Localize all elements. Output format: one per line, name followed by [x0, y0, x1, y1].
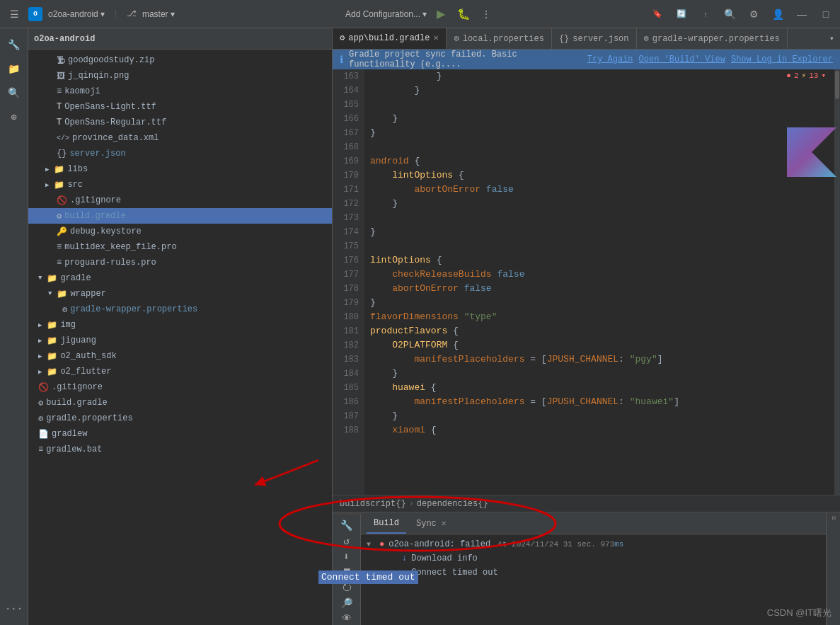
vcs-icon[interactable]: 🔖 — [649, 6, 666, 23]
tree-item-label: kaomoji — [64, 86, 100, 96]
tree-item-src[interactable]: ▶ 📁 src — [28, 177, 332, 193]
main-layout: 🔧 📁 🔍 ⊕ ··· o2oa-android 🗜 goodgoodstudy… — [0, 28, 840, 625]
toolbar-right: 🔖 🔄 ↑ 🔍 ⚙ 👤 — □ — [649, 6, 834, 23]
project-dropdown-button[interactable]: o2oa-android ▾ — [48, 9, 105, 19]
tab-gradle-icon: ⚙ — [340, 33, 345, 43]
tree-item-proguard[interactable]: ≡ proguard-rules.pro — [28, 255, 332, 270]
find-icon[interactable]: 🔎 — [336, 597, 357, 609]
tree-item-province-data[interactable]: </> province_data.xml — [28, 130, 332, 146]
build-row-connect-error[interactable]: ● Connect timed out — [367, 566, 820, 580]
tab-gradle-close-btn[interactable]: ✕ — [433, 34, 439, 42]
tree-item-gradle[interactable]: ▼ 📁 gradle — [28, 270, 332, 286]
tree-item-gradlew-bat[interactable]: ≡ gradlew.bat — [28, 442, 332, 457]
tree-item-gitignore-root[interactable]: 🚫 .gitignore — [28, 379, 332, 395]
tree-item-o2-flutter[interactable]: ▶ 📁 o2_flutter — [28, 364, 332, 379]
tree-item-libs[interactable]: ▶ 📁 libs — [28, 161, 332, 177]
more-run-options-button[interactable]: ⋮ — [478, 6, 495, 23]
tab-server-json[interactable]: {} server.json — [552, 28, 637, 50]
search-icon-btn[interactable]: 🔍 — [721, 6, 738, 23]
wrapper-folder-open-icon: ▼ — [48, 290, 52, 297]
code-line-177: checkReleaseBuilds false — [370, 268, 829, 282]
build-row-download[interactable]: ↓ Download info — [367, 551, 820, 566]
bottom-panel-content: Build Sync ✕ ▼ ● o2oa-android: failed At… — [361, 513, 826, 625]
tab-local-properties[interactable]: ⚙ local.properties — [447, 28, 551, 50]
tree-item-kaomoji[interactable]: ≡ kaomoji — [28, 84, 332, 99]
project-label: o2oa-android — [48, 9, 98, 19]
bottom-scrollbar[interactable]: ≡ — [829, 516, 837, 520]
maximize-button[interactable]: □ — [817, 6, 834, 23]
toolbar-center: Add Configuration... ▾ ▶ 🐛 ⋮ — [345, 6, 495, 23]
bottom-tab-sync[interactable]: Sync ✕ — [409, 514, 454, 534]
tree-item-jqinqin[interactable]: 🖼 j_qinqin.png — [28, 68, 332, 84]
gradle-file-icon: ⚙ — [57, 211, 62, 222]
settings-icon-btn[interactable]: ⚙ — [745, 6, 762, 23]
folder-icon2: 📁 — [54, 180, 64, 190]
code-content[interactable]: } } } } android { lintOptions { abortOnE… — [364, 69, 834, 495]
tree-item-server-json[interactable]: {} server.json — [28, 146, 332, 161]
sidebar-icon-files[interactable]: 📁 — [4, 58, 25, 79]
code-line-164: } — [370, 84, 829, 98]
keystore-file-icon: 🔑 — [57, 227, 67, 237]
build-tab-label: Build — [374, 518, 399, 528]
sidebar-icon-find[interactable]: 🔍 — [4, 82, 25, 103]
tree-item-debug-keystore[interactable]: 🔑 debug.keystore — [28, 224, 332, 239]
build-icon[interactable]: 🔧 — [336, 519, 357, 532]
warning-icon: ⚡ — [802, 71, 807, 80]
tree-item-build-gradle[interactable]: ⚙ build.gradle — [28, 208, 332, 224]
build-row-main[interactable]: ▼ ● o2oa-android: failed At 2024/11/24 3… — [367, 537, 820, 551]
try-again-link[interactable]: Try Again — [587, 55, 633, 64]
gitignore-icon: 🚫 — [57, 195, 67, 206]
config-dropdown-button[interactable]: Add Configuration... ▾ — [345, 9, 427, 19]
bottom-left-icons: 🔧 ↺ ⬇ ⏹ ⭮ 🔎 👁 — [333, 513, 361, 625]
error-panel-toggle[interactable]: ▾ — [821, 71, 826, 80]
branch-icon: ⎇ — [127, 8, 137, 19]
minimize-button[interactable]: — — [793, 6, 810, 23]
download-icon[interactable]: ⬇ — [336, 550, 357, 563]
tree-item-opensans-light[interactable]: T OpenSans-Light.ttf — [28, 99, 332, 115]
code-line-167: } — [370, 126, 829, 140]
account-icon-btn[interactable]: 👤 — [769, 6, 786, 23]
error-count-text: 2 — [794, 71, 799, 80]
tree-item-wrapper[interactable]: ▼ 📁 wrapper — [28, 286, 332, 302]
tree-item-build-gradle-root[interactable]: ⚙ build.gradle — [28, 395, 332, 411]
tab-local-icon: ⚙ — [454, 33, 459, 44]
run-button[interactable]: ▶ — [432, 6, 449, 23]
refresh-icon[interactable]: ↺ — [336, 534, 357, 547]
tab-build-gradle[interactable]: ⚙ app\build.gradle ✕ — [333, 28, 447, 50]
sync-tab-close-btn[interactable]: ✕ — [441, 520, 447, 527]
open-build-link[interactable]: Open 'Build' View — [639, 55, 725, 64]
tree-item-img[interactable]: ▶ 📁 img — [28, 317, 332, 333]
tree-item-gradle-wrapper-properties[interactable]: ⚙ gradle-wrapper.properties — [28, 302, 332, 317]
update-icon[interactable]: 🔄 — [673, 6, 690, 23]
show-log-link[interactable]: Show Log in Explorer — [731, 55, 833, 64]
tree-item-gitignore1[interactable]: 🚫 .gitignore — [28, 193, 332, 208]
branch-dropdown-button[interactable]: master ▾ — [142, 9, 175, 19]
code-line-188: xiaomi { — [370, 423, 829, 437]
sidebar-icon-add[interactable]: ⊕ — [4, 106, 25, 127]
breadcrumb-part1: buildscript{} — [340, 499, 406, 509]
tree-item-gradle-properties[interactable]: ⚙ gradle.properties — [28, 411, 332, 426]
tree-item-jiguang[interactable]: ▶ 📁 jiguang — [28, 333, 332, 348]
image-file-icon: 🖼 — [57, 71, 65, 81]
build-row-time: At 2024/11/24 31 sec. 973ms — [497, 540, 623, 549]
bottom-tab-build[interactable]: Build — [367, 514, 406, 534]
sidebar-icon-build[interactable]: 🔧 — [4, 34, 25, 55]
folder-open-icon2: 📁 — [47, 273, 57, 284]
eye-icon[interactable]: 👁 — [336, 612, 357, 625]
code-line-182: O2PLATFORM { — [370, 338, 829, 352]
tab-gradle-wrapper[interactable]: ⚙ gradle-wrapper.properties — [637, 28, 788, 50]
tab-dropdown-button[interactable]: ▾ — [824, 33, 840, 44]
hamburger-menu-button[interactable]: ☰ — [6, 6, 23, 23]
download-row-text: Download info — [411, 554, 478, 563]
debug-button[interactable]: 🐛 — [455, 6, 472, 23]
push-icon[interactable]: ↑ — [697, 6, 714, 23]
breadcrumb-part2: dependencies{} — [417, 499, 488, 509]
sidebar-icon-more[interactable]: ··· — [4, 598, 25, 619]
tree-item-gradlew[interactable]: 📄 gradlew — [28, 426, 332, 442]
code-line-174: } — [370, 225, 829, 239]
tree-item-goodgoodstudy[interactable]: 🗜 goodgoodstudy.zip — [28, 52, 332, 68]
tree-item-multidex[interactable]: ≡ multidex_keep_file.pro — [28, 239, 332, 255]
tree-item-opensans-regular[interactable]: T OpenSans-Regular.ttf — [28, 115, 332, 130]
folder-icon4: 📁 — [47, 336, 57, 346]
tree-item-o2-auth-sdk[interactable]: ▶ 📁 o2_auth_sdk — [28, 348, 332, 364]
